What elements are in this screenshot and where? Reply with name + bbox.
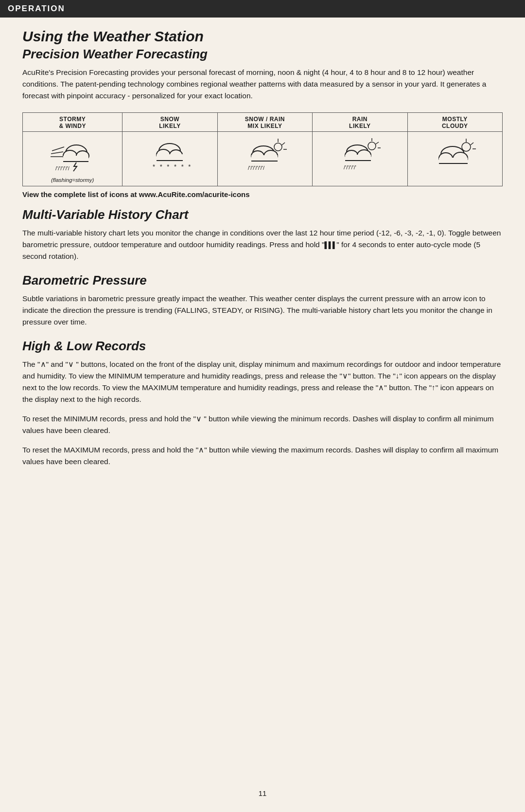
svg-line-0: [52, 147, 64, 151]
snow-icon-svg: * * * * * *: [148, 137, 192, 174]
icon-snow: * * * * * *: [122, 132, 217, 186]
svg-text:* * * * * *: * * * * * *: [153, 163, 192, 170]
high-low-body-2: To reset the MINIMUM records, press and …: [22, 413, 503, 436]
col-header-snow-rain: SNOW / RAIN MIX LIKELY: [217, 113, 312, 132]
chart-symbol: ▌▌▌: [325, 241, 337, 249]
rain-icon-svg: /'/'/'/'/': [338, 137, 382, 174]
icon-stormy: /'/'/'/'/'/ (flashing=stormy): [23, 132, 122, 186]
svg-rect-12: [157, 154, 183, 161]
precision-forecasting-body: AcuRite's Precision Forecasting provides…: [22, 67, 503, 102]
high-low-body-1: The "∧" and "∨ " buttons, located on the…: [22, 359, 503, 405]
svg-point-38: [462, 143, 471, 151]
svg-rect-6: [63, 156, 88, 162]
sub-title: Precision Weather Forecasting: [22, 47, 503, 62]
snow-rain-icon-svg: /'/'/'/'/'/'/: [243, 137, 287, 174]
stormy-icon-svg: /'/'/'/'/'/: [50, 137, 96, 174]
svg-text:/'/'/'/'/'/: /'/'/'/'/'/: [55, 165, 70, 171]
high-low-section: High & Low Records The "∧" and "∨ " butt…: [22, 339, 503, 468]
multi-variable-body: The multi-variable history chart lets yo…: [22, 227, 503, 262]
high-low-body-3: To reset the MAXIMUM records, press and …: [22, 444, 503, 468]
stormy-caption: (flashing=stormy): [25, 177, 120, 183]
page-container: OPERATION Using the Weather Station Prec…: [0, 0, 525, 812]
svg-point-28: [368, 142, 376, 150]
col-header-stormy: STORMY & WINDY: [23, 113, 122, 132]
multi-variable-section: Multi-Variable History Chart The multi-v…: [22, 207, 503, 262]
main-title: Using the Weather Station: [22, 28, 503, 45]
col-header-rain: RAIN LIKELY: [313, 113, 407, 132]
weather-icons-table: STORMY & WINDY SNOW LIKELY SNOW / RAIN M…: [22, 112, 503, 186]
svg-line-36: [471, 143, 473, 145]
multi-variable-title: Multi-Variable History Chart: [22, 207, 503, 222]
svg-line-16: [282, 143, 285, 145]
high-low-title: High & Low Records: [22, 339, 503, 354]
barometric-section: Barometric Pressure Subtle variations in…: [22, 273, 503, 328]
mostly-cloudy-icon-svg: [433, 137, 477, 174]
icon-rain: /'/'/'/'/': [313, 132, 407, 186]
operation-label: OPERATION: [8, 4, 65, 13]
icon-snow-rain-mix: /'/'/'/'/'/'/: [217, 132, 312, 186]
svg-text:/'/'/'/'/'/'/: /'/'/'/'/'/'/: [248, 165, 265, 171]
icon-list-link: View the complete list of icons at www.A…: [22, 190, 503, 198]
barometric-title: Barometric Pressure: [22, 273, 503, 288]
svg-line-26: [376, 142, 379, 144]
page-number: 11: [0, 789, 525, 797]
col-header-cloudy: MOSTLY CLOUDY: [407, 113, 502, 132]
icon-mostly-cloudy: [407, 132, 502, 186]
page-title-block: Using the Weather Station Precision Weat…: [22, 28, 503, 102]
barometric-body: Subtle variations in barometric pressure…: [22, 293, 503, 328]
svg-text:/'/'/'/'/': /'/'/'/'/': [344, 164, 356, 170]
svg-line-1: [51, 152, 63, 154]
operation-bar: OPERATION: [0, 0, 525, 18]
col-header-snow: SNOW LIKELY: [122, 113, 217, 132]
svg-point-18: [274, 143, 282, 151]
